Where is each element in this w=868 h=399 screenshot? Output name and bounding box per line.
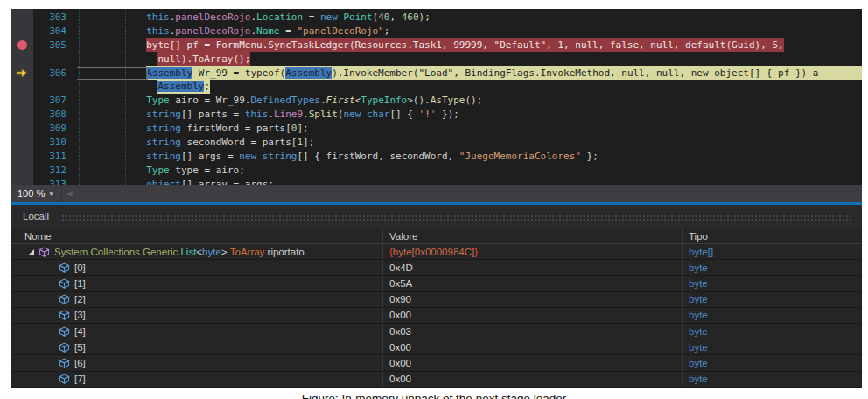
locals-titlebar[interactable]: Locali (10, 205, 862, 228)
column-header-valore[interactable]: Valore (383, 228, 682, 243)
value-cell[interactable]: 0x00 (383, 340, 682, 354)
type-cell: byte (682, 260, 862, 275)
value-cell[interactable]: 0x00 (383, 355, 682, 370)
name-cell[interactable]: [0] (10, 260, 383, 275)
line-number: 310 (33, 136, 77, 150)
figure-caption: Figure: In-memory unpack of the next sta… (0, 392, 868, 399)
arrow-icon[interactable] (10, 66, 33, 80)
line-number: 313 (33, 178, 77, 185)
gutter-space (10, 178, 33, 185)
scroll-left-icon[interactable]: ◀ (62, 189, 73, 198)
locals-row-1[interactable]: [0]0x4Dbyte (10, 260, 862, 276)
cube-blue-icon (59, 310, 74, 320)
locals-row-4[interactable]: [3]0x00byte (10, 308, 862, 324)
line-number (33, 80, 77, 94)
type-cell: byte (682, 355, 862, 370)
cube-blue-icon (59, 342, 74, 353)
type-cell: byte (682, 276, 862, 290)
code-line-wrap[interactable]: null).ToArray(); (10, 52, 862, 66)
name-cell[interactable]: [6] (10, 355, 383, 370)
value-cell[interactable]: 0x00 (383, 372, 682, 387)
code-line-306[interactable]: 306Assembly Wr_99 = typeof(Assembly).Inv… (10, 66, 862, 80)
locals-row-8[interactable]: [7]0x00byte (10, 372, 862, 388)
titlebar-drag-dots (61, 214, 853, 221)
line-number: 306 (33, 66, 77, 80)
editor-zoom-bar: 100 % ▾ ◀ (10, 185, 862, 205)
type-cell: byte (682, 292, 862, 307)
gutter-space (10, 150, 33, 164)
name-cell[interactable]: [7] (10, 372, 383, 387)
gutter-space (10, 80, 33, 94)
locals-panel: Locali Nome Valore Tipo System.Collectio… (10, 205, 862, 388)
value-cell[interactable]: 0x5A (383, 276, 682, 290)
line-number: 311 (33, 150, 77, 164)
name-cell[interactable]: [5] (10, 340, 383, 354)
cube-blue-icon (59, 262, 74, 273)
line-number: 303 (33, 10, 77, 24)
locals-title-label: Locali (23, 211, 49, 221)
code-line-305[interactable]: 305byte[] pf = FormMenu.SyncTaskLedger(R… (10, 38, 862, 52)
gutter-space (10, 164, 33, 178)
cube-purple-icon (38, 247, 54, 257)
gutter-space (10, 10, 33, 24)
line-number: 312 (33, 164, 77, 178)
code-line-309[interactable]: 309string firstWord = parts[0]; (10, 122, 862, 136)
locals-table-header: Nome Valore Tipo (10, 228, 862, 244)
code-line-311[interactable]: 311string[] args = new string[] { firstW… (10, 150, 862, 164)
line-number: 304 (33, 24, 77, 38)
column-header-tipo[interactable]: Tipo (682, 228, 862, 243)
value-cell[interactable]: 0x03 (383, 324, 682, 339)
cube-blue-icon (59, 358, 74, 368)
name-cell[interactable]: System.Collections.Generic.List<byte>.To… (10, 244, 383, 259)
name-cell[interactable]: [4] (10, 324, 383, 339)
locals-row-5[interactable]: [4]0x03byte (10, 324, 862, 340)
gutter-space (10, 108, 33, 122)
code-editor[interactable]: 303this.panelDecoRojo.Location = new Poi… (10, 9, 862, 185)
code-lines: 303this.panelDecoRojo.Location = new Poi… (10, 9, 862, 185)
locals-rows: System.Collections.Generic.List<byte>.To… (10, 244, 862, 388)
cube-blue-icon (59, 278, 74, 289)
name-cell[interactable]: [2] (10, 292, 383, 307)
locals-row-0[interactable]: System.Collections.Generic.List<byte>.To… (10, 244, 862, 260)
line-number: 309 (33, 122, 77, 136)
locals-row-2[interactable]: [1]0x5Abyte (10, 276, 862, 291)
locals-row-6[interactable]: [5]0x00byte (10, 340, 862, 355)
gutter-space (10, 52, 33, 66)
code-line-312[interactable]: 312Type type = airo; (10, 164, 862, 178)
gutter-space (10, 94, 33, 108)
code-line-wrap[interactable]: Assembly; (10, 80, 862, 94)
locals-row-3[interactable]: [2]0x90byte (10, 292, 862, 308)
zoom-level-value: 100 % (18, 188, 45, 199)
gutter-space (10, 136, 33, 150)
gutter-space (10, 122, 33, 136)
code-line-303[interactable]: 303this.panelDecoRojo.Location = new Poi… (10, 10, 862, 24)
code-line-304[interactable]: 304this.panelDecoRojo.Name = "panelDecoR… (10, 24, 862, 38)
statement-outline-box (77, 67, 148, 80)
code-line-313[interactable]: 313object[] array = args; (10, 178, 862, 185)
value-cell[interactable]: 0x00 (383, 308, 682, 323)
locals-row-7[interactable]: [6]0x00byte (10, 355, 862, 371)
line-number (33, 52, 77, 66)
gutter-space (10, 24, 33, 38)
line-number: 308 (33, 108, 77, 122)
line-number: 305 (33, 38, 77, 52)
chevron-down-icon[interactable]: ▾ (45, 189, 58, 198)
expander-icon[interactable] (24, 248, 38, 256)
vs-debugger-screenshot: 303this.panelDecoRojo.Location = new Poi… (10, 9, 862, 388)
value-cell[interactable]: 0x4D (383, 260, 682, 275)
horizontal-scrollbar[interactable]: ◀ (61, 185, 862, 202)
value-cell[interactable]: {byte[0x0000984C]} (383, 244, 682, 259)
zoom-level-select[interactable]: 100 % ▾ (10, 185, 61, 202)
code-line-307[interactable]: 307Type airo = Wr_99.DefinedTypes.First<… (10, 94, 862, 108)
type-cell: byte (682, 340, 862, 354)
cube-blue-icon (59, 294, 74, 304)
code-line-310[interactable]: 310string secondWord = parts[1]; (10, 136, 862, 150)
value-cell[interactable]: 0x90 (383, 292, 682, 307)
column-header-nome[interactable]: Nome (10, 228, 383, 243)
type-cell: byte (682, 308, 862, 323)
name-cell[interactable]: [3] (10, 308, 383, 323)
code-line-308[interactable]: 308string[] parts = this.Line9.Split(new… (10, 108, 862, 122)
type-cell: byte[] (682, 244, 862, 259)
breakpoint-icon[interactable] (10, 38, 33, 52)
name-cell[interactable]: [1] (10, 276, 383, 290)
